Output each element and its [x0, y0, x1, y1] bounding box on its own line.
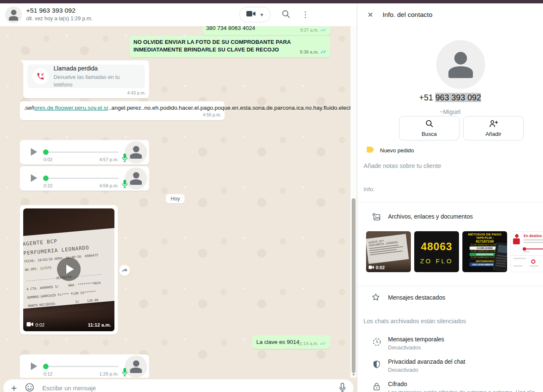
contact-info-panel: ✕ Info. del contacto +51 963 393 092 ~Mi… — [357, 3, 543, 392]
incoming-message-long-text: .señores.de.floower.peru.soy.el.sr..ange… — [20, 101, 225, 120]
date-chip: Hoy — [166, 194, 185, 203]
sender-avatar — [125, 168, 147, 189]
chat-label-chip[interactable]: Nuevo pedido — [366, 146, 414, 155]
video-camera-icon — [369, 265, 374, 270]
chat-title[interactable]: +51 963 393 092 — [26, 7, 92, 14]
contact-profile-photo[interactable] — [436, 40, 485, 89]
message-time: 4:43 p.m. — [127, 89, 146, 97]
media-links-docs-row[interactable]: Archivos, enlaces y documentos — [357, 209, 543, 224]
composer-area: + Escribe un mensaje — [0, 378, 357, 392]
whatsapp-window: +51 963 393 092 últ. vez hoy a la(s) 1:2… — [0, 0, 543, 392]
contact-phone-number: +51 963 393 092 — [357, 93, 543, 103]
contact-push-name: ~Miguel — [357, 108, 543, 115]
read-ticks-icon: ✓✓ — [320, 49, 327, 55]
voice-duration: 0:02 — [43, 156, 52, 163]
message-input-bar[interactable]: + Escribe un mensaje — [3, 379, 353, 392]
media-gallery-icon — [371, 212, 381, 224]
emoji-icon[interactable] — [24, 382, 35, 392]
outgoing-message-payment-number: 380 734 8063 4024 9:37 a.m.✓✓ — [203, 26, 330, 35]
message-time: 4:58 p.m. — [99, 182, 119, 189]
video-thumbnail[interactable]: AGENTE BCP PERFUMERIA LEONARDO FECHA: 18… — [23, 208, 114, 331]
forward-button[interactable] — [119, 265, 130, 276]
seek-handle[interactable] — [43, 364, 49, 369]
media-thumb-payment-methods[interactable]: MÉTODOS DE PAGO YAPE:PLIN : 917167249 FL… — [462, 231, 507, 272]
read-ticks-icon: ✓✓ — [320, 27, 327, 33]
media-thumb-account-digits[interactable]: 48063 ZO FLO — [414, 231, 459, 272]
search-icon — [425, 119, 434, 129]
video-message: AGENTE BCP PERFUMERIA LEONARDO FECHA: 18… — [20, 205, 118, 335]
media-thumb-tracking[interactable]: En destino — [510, 231, 543, 272]
outgoing-message-reminder: NO OLVIDE ENVIAR LA FOTO DE SU COMPROBAN… — [130, 36, 330, 57]
message-text: NO OLVIDE ENVIAR LA FOTO DE SU COMPROBAN… — [133, 38, 326, 54]
search-contact-button[interactable]: Busca — [399, 116, 459, 141]
chat-last-seen: últ. vez hoy a la(s) 1:29 p.m. — [26, 16, 92, 22]
message-time: 1:26 p.m. — [99, 370, 119, 378]
chat-scrollbar[interactable]: ▼ — [350, 26, 357, 378]
video-camera-icon — [27, 321, 33, 329]
window-titlebar — [0, 0, 543, 3]
info-panel-title: Info. del contacto — [383, 11, 432, 19]
mic-icon — [122, 179, 128, 190]
outgoing-message-key: La clave es 9014 11:14 a.m.✓✓ — [252, 335, 330, 349]
selected-text: 963 393 092 — [435, 93, 481, 102]
contact-avatar[interactable] — [5, 6, 22, 23]
label-tag-icon — [366, 146, 375, 155]
attach-plus-icon[interactable]: + — [11, 383, 17, 392]
missed-call-subtitle: Devuelve las llamadas en tu teléfono — [54, 73, 140, 89]
message-time: 11:12 a.m. — [88, 321, 111, 329]
person-add-icon — [489, 119, 498, 129]
message-time: 4:55 p.m. — [203, 111, 221, 119]
play-button[interactable] — [57, 257, 81, 281]
message-input[interactable]: Escribe un mensaje — [42, 385, 331, 392]
sender-avatar — [125, 356, 147, 378]
archived-chats-note: Los chats archivados están silenciados — [364, 318, 466, 324]
add-contact-button[interactable]: Añadir — [463, 116, 524, 141]
voice-message: 0:22 4:58 p.m. — [20, 166, 149, 191]
voice-seek-bar[interactable] — [43, 151, 119, 153]
shield-icon — [372, 360, 381, 371]
chat-menu-button[interactable]: ⋮ — [301, 11, 310, 19]
mic-icon — [122, 153, 128, 164]
voice-seek-bar[interactable] — [43, 178, 119, 179]
seek-handle[interactable] — [43, 149, 49, 155]
play-icon[interactable] — [31, 362, 37, 370]
media-thumb-video-receipt[interactable]: AGENTE BCP PERFUMERIA LEONARDO 0:02 — [366, 231, 411, 272]
chat-messages-area: 380 734 8063 4024 9:37 a.m.✓✓ NO OLVIDE … — [0, 26, 357, 378]
starred-messages-row[interactable]: Mensajes destacados — [357, 291, 543, 306]
voice-seek-bar[interactable] — [43, 366, 119, 367]
missed-call-message[interactable]: Llamada perdida Devuelve las llamadas en… — [23, 60, 149, 98]
video-call-button[interactable]: ▼ — [239, 7, 271, 22]
search-icon — [282, 10, 291, 20]
star-icon — [371, 292, 380, 303]
scrollbar-down-arrow[interactable]: ▼ — [352, 373, 356, 377]
voice-duration: 0:22 — [43, 182, 52, 189]
mic-icon[interactable] — [339, 383, 346, 392]
close-icon[interactable]: ✕ — [364, 8, 377, 21]
missed-call-title: Llamada perdida — [54, 65, 140, 72]
voice-message: 0:02 4:57 p.m. — [20, 140, 149, 165]
auto-link[interactable]: ores.de.floower.peru.soy.el.sr — [35, 105, 109, 111]
read-ticks-icon: ✓✓ — [320, 341, 326, 346]
client-notes-input[interactable]: Añade notas sobre tu cliente — [364, 162, 441, 169]
forward-arrow-icon — [121, 267, 128, 275]
kebab-menu-icon: ⋮ — [301, 11, 310, 19]
voice-message: 0:12 1:26 p.m. — [20, 354, 149, 378]
scrollbar-thumb[interactable] — [352, 198, 356, 373]
voice-duration: 0:12 — [43, 370, 52, 378]
video-duration: 0:02 — [35, 321, 44, 329]
lock-icon — [372, 382, 381, 392]
video-camera-icon — [246, 11, 256, 19]
mic-icon — [122, 368, 128, 378]
chevron-down-icon: ▼ — [260, 12, 264, 17]
info-panel-header: ✕ Info. del contacto — [357, 3, 543, 26]
sender-avatar — [125, 141, 147, 163]
info-section-heading: Info. — [364, 186, 375, 192]
play-icon[interactable] — [31, 174, 37, 182]
chat-header: +51 963 393 092 últ. vez hoy a la(s) 1:2… — [0, 3, 357, 26]
search-in-chat-button[interactable] — [282, 10, 291, 20]
seek-handle[interactable] — [43, 176, 49, 181]
play-icon[interactable] — [31, 148, 37, 156]
timer-icon — [372, 337, 382, 349]
message-time: 4:57 p.m. — [99, 156, 119, 163]
chat-panel: +51 963 393 092 últ. vez hoy a la(s) 1:2… — [0, 3, 357, 392]
